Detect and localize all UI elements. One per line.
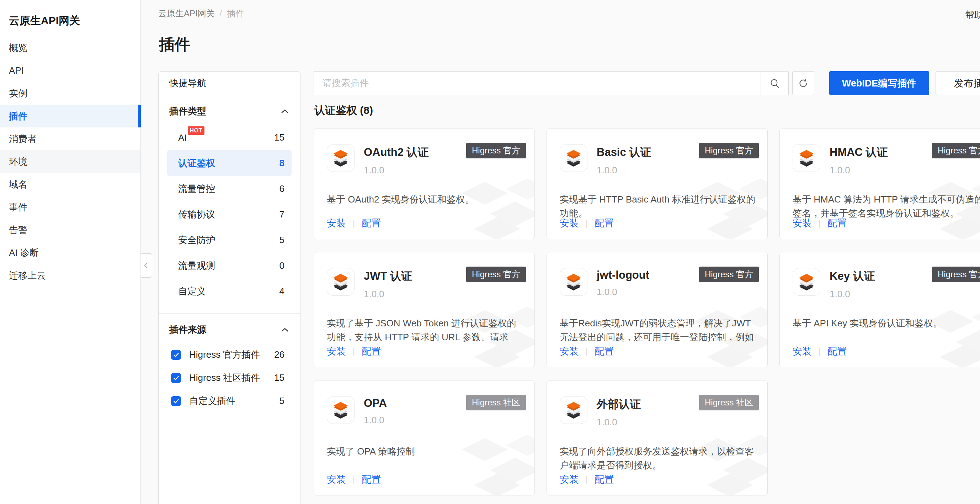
action-divider: | xyxy=(585,346,588,356)
install-link[interactable]: 安装 xyxy=(560,473,579,486)
search-input[interactable] xyxy=(314,72,760,95)
plugin-type-label: 传输协议 xyxy=(178,208,215,221)
plugin-icon xyxy=(327,144,355,172)
help-link[interactable]: 帮助 xyxy=(965,8,980,21)
install-link[interactable]: 安装 xyxy=(327,217,346,230)
plugin-type-item[interactable]: 流量观测0 xyxy=(159,253,300,278)
plugin-type-count: 15 xyxy=(274,132,285,143)
sidebar-item-label: 环境 xyxy=(9,156,27,168)
refresh-button[interactable] xyxy=(792,71,814,95)
plugin-type-item[interactable]: 安全防护5 xyxy=(159,227,300,253)
plugin-icon xyxy=(327,396,355,424)
plugin-name: JWT 认证 xyxy=(364,269,412,284)
configure-link[interactable]: 配置 xyxy=(362,345,381,358)
plugin-version: 1.0.0 xyxy=(364,289,412,300)
install-link[interactable]: 安装 xyxy=(327,345,346,358)
plugin-description: 基于Redis实现JWT的弱状态管理，解决了JWT无法登出的问题，还可用于唯一登… xyxy=(560,316,755,345)
plugin-type-label: 安全防护 xyxy=(178,234,215,246)
plugin-description: 基于 HMAC 算法为 HTTP 请求生成不可伪造的签名，并基于签名实现身份认证… xyxy=(792,193,980,220)
plugin-type-label: 认证鉴权 xyxy=(178,157,215,169)
sidebar-item[interactable]: 实例 xyxy=(0,82,140,105)
plugin-source-item[interactable]: 自定义插件5 xyxy=(159,389,300,413)
plugin-type-label: AIHOT xyxy=(178,131,204,144)
plugin-description: 基于 OAuth2 实现身份认证和鉴权。 xyxy=(327,193,522,206)
configure-link[interactable]: 配置 xyxy=(827,345,846,358)
configure-link[interactable]: 配置 xyxy=(595,473,614,486)
checkbox-checked[interactable] xyxy=(171,350,181,360)
plugin-source-list: Higress 官方插件26Higress 社区插件15自定义插件5 xyxy=(159,343,300,413)
search-button[interactable] xyxy=(760,72,788,95)
configure-link[interactable]: 配置 xyxy=(827,217,846,230)
plugin-name: jwt-logout xyxy=(597,269,649,282)
plugin-origin-badge: Higress 官方 xyxy=(466,266,526,282)
plugin-source-label: Higress 官方插件 xyxy=(189,348,260,361)
layers-icon xyxy=(563,272,584,292)
sidebar-item[interactable]: 告警 xyxy=(0,219,140,241)
plugin-type-count: 6 xyxy=(280,183,285,195)
search-icon xyxy=(770,78,780,89)
plugin-type-item[interactable]: 传输协议7 xyxy=(159,201,300,227)
sidebar-item-label: 插件 xyxy=(9,110,27,123)
plugin-version: 1.0.0 xyxy=(830,165,888,176)
plugin-origin-badge: Higress 官方 xyxy=(932,143,980,158)
configure-link[interactable]: 配置 xyxy=(362,217,381,230)
plugin-type-count: 5 xyxy=(280,234,285,246)
category-heading: 认证鉴权 (8) xyxy=(314,103,373,118)
plugin-actions: 安装|配置 xyxy=(327,345,381,358)
plugin-icon xyxy=(560,268,587,296)
plugin-search xyxy=(313,71,789,95)
install-link[interactable]: 安装 xyxy=(560,345,579,358)
sidebar-item[interactable]: 迁移上云 xyxy=(0,264,140,287)
plugin-card: HMAC 认证1.0.0Higress 官方基于 HMAC 算法为 HTTP 请… xyxy=(780,128,980,239)
sidebar-item[interactable]: 插件 xyxy=(0,105,140,128)
webide-button[interactable]: WebIDE编写插件 xyxy=(829,71,929,95)
sidebar-item[interactable]: 消费者 xyxy=(0,128,140,150)
breadcrumb-root[interactable]: 云原生API网关 xyxy=(158,8,215,19)
plugin-card-grid: OAuth2 认证1.0.0Higress 官方基于 OAuth2 实现身份认证… xyxy=(313,128,980,496)
install-link[interactable]: 安装 xyxy=(792,217,812,230)
plugin-description: 实现基于 HTTP Basic Auth 标准进行认证鉴权的功能。 xyxy=(560,193,755,220)
publish-button[interactable]: 发布插件 xyxy=(935,71,980,95)
configure-link[interactable]: 配置 xyxy=(595,345,614,358)
plugin-icon xyxy=(792,268,820,296)
plugin-type-item[interactable]: 自定义4 xyxy=(159,278,300,304)
install-link[interactable]: 安装 xyxy=(327,473,346,486)
checkbox-checked[interactable] xyxy=(171,373,181,383)
chevron-left-icon xyxy=(143,262,149,269)
plugin-origin-badge: Higress 社区 xyxy=(699,395,759,410)
configure-link[interactable]: 配置 xyxy=(595,217,614,230)
plugin-description: 实现了 OPA 策略控制 xyxy=(327,445,522,458)
sidebar-item[interactable]: 事件 xyxy=(0,196,140,219)
plugin-type-count: 0 xyxy=(280,260,285,271)
sidebar-collapse-button[interactable] xyxy=(140,254,152,278)
layers-icon xyxy=(797,272,816,292)
plugin-icon xyxy=(327,268,355,296)
plugin-source-count: 15 xyxy=(274,372,285,383)
sidebar-item-label: 域名 xyxy=(9,178,27,191)
install-link[interactable]: 安装 xyxy=(792,345,812,358)
checkbox-checked[interactable] xyxy=(171,396,181,406)
chevron-up-icon[interactable] xyxy=(280,327,290,333)
sidebar-item[interactable]: API xyxy=(0,59,140,82)
breadcrumb: 云原生API网关 / 插件 xyxy=(158,8,244,19)
plugin-icon xyxy=(560,396,587,424)
category-count: (8) xyxy=(357,104,373,116)
plugin-source-item[interactable]: Higress 官方插件26 xyxy=(159,343,300,366)
plugin-type-item[interactable]: 流量管控6 xyxy=(159,176,300,201)
sidebar-item[interactable]: 概览 xyxy=(0,36,140,59)
sidebar: 云原生API网关 概览API实例插件消费者环境域名事件告警AI 诊断迁移上云 xyxy=(0,0,141,504)
plugin-type-count: 4 xyxy=(280,286,285,297)
sidebar-item[interactable]: AI 诊断 xyxy=(0,241,140,264)
plugin-type-item[interactable]: 认证鉴权8 xyxy=(167,150,291,176)
sidebar-item[interactable]: 环境 xyxy=(0,150,140,173)
plugin-icon xyxy=(792,144,820,172)
sidebar-item-label: 迁移上云 xyxy=(9,270,46,282)
configure-link[interactable]: 配置 xyxy=(362,473,381,486)
plugin-name: 外部认证 xyxy=(597,397,641,412)
plugin-type-item[interactable]: AIHOT15 xyxy=(159,124,300,150)
sidebar-item[interactable]: 域名 xyxy=(0,173,140,196)
plugin-type-list: AIHOT15认证鉴权8流量管控6传输协议7安全防护5流量观测0自定义4 xyxy=(159,124,300,304)
install-link[interactable]: 安装 xyxy=(560,217,579,230)
plugin-source-item[interactable]: Higress 社区插件15 xyxy=(159,366,300,389)
chevron-up-icon[interactable] xyxy=(280,108,290,115)
